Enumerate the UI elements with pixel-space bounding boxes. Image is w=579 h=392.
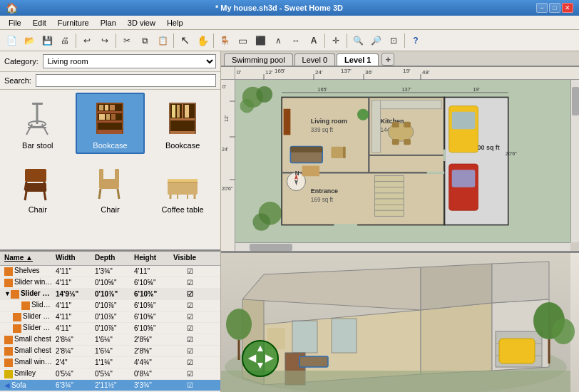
col-width[interactable]: Width (54, 253, 93, 264)
cut-button[interactable]: ✂ (118, 32, 135, 49)
row-height: 6'10⅝" (133, 279, 172, 287)
row-visible[interactable]: ☑ (172, 381, 207, 389)
search-input[interactable] (36, 74, 216, 87)
select-button[interactable]: ↖ (176, 32, 193, 49)
list-row[interactable]: Slider win... 4'11" 0'10⅞" 6'10⅝" ☑ (0, 311, 220, 323)
row-depth: 1'3¾" (93, 267, 133, 275)
save-button[interactable]: 💾 (39, 32, 56, 49)
new-button[interactable]: 📄 (3, 32, 20, 49)
row-visible[interactable]: ☑ (172, 347, 207, 355)
row-visible[interactable]: ☑ (172, 324, 207, 332)
copy-button[interactable]: ⧉ (136, 32, 153, 49)
tab-level0[interactable]: Level 0 (294, 53, 335, 66)
tab-level1[interactable]: Level 1 (337, 53, 379, 66)
maximize-button[interactable]: □ (549, 3, 560, 13)
category-select[interactable]: Living room Bedroom Kitchen Bathroom Off… (43, 54, 216, 68)
row-visible[interactable]: ☑ (172, 301, 207, 309)
furniture-item-chair2[interactable]: Chair (76, 157, 145, 218)
row-height: 6'10⅝" (133, 301, 172, 309)
svg-text:165': 165' (317, 86, 327, 93)
scrollbar-vertical[interactable] (570, 80, 579, 242)
compass-button[interactable]: ✛ (327, 32, 344, 49)
menu-help[interactable]: Help (161, 17, 189, 29)
room-button[interactable]: ⬛ (252, 32, 269, 49)
list-row[interactable]: Slider win... 4'11" 0'10⅞" 6'10⅝" ☑ (0, 323, 220, 334)
row-visible[interactable]: ☑ (172, 370, 207, 378)
svg-rect-87 (302, 166, 319, 177)
list-row[interactable]: Small chest 2'8¼" 1'6¼" 2'8⅝" ☑ (0, 346, 220, 357)
svg-text:▶: ▶ (265, 352, 274, 363)
expand-icon[interactable]: ▼ (4, 290, 11, 297)
scrollbar-thumb-v[interactable] (572, 87, 579, 115)
scrollbar-horizontal[interactable] (235, 242, 570, 251)
furniture-item-chair1[interactable]: Chair (3, 157, 73, 218)
menu-plan[interactable]: Plan (95, 17, 122, 29)
list-row[interactable]: Smiley 0'5¼" 0'5¼" 0'8¼" ☑ (0, 368, 220, 380)
list-row[interactable]: Shelves 4'11" 1'3¾" 4'11" ☑ (0, 266, 220, 277)
add-furniture-button[interactable]: 🪑 (216, 32, 233, 49)
list-row-sofa[interactable]: ◀Sofa 6'3¾" 2'11½" 3'3¾" ☑ (0, 380, 220, 391)
svg-text:Living room: Living room (311, 118, 347, 125)
furniture-item-coffee[interactable]: Coffee table (148, 157, 217, 218)
label-button[interactable]: A (305, 32, 322, 49)
list-row[interactable]: Slider win... 4'11" 0'10⅞" 6'10⅝" ☑ (0, 300, 220, 311)
paste-button[interactable]: 📋 (154, 32, 171, 49)
help-button[interactable]: ? (407, 32, 424, 49)
furniture-item-bookcase1[interactable]: Bookcase (76, 93, 145, 154)
row-visible[interactable]: ☑ (172, 279, 207, 287)
menu-3dview[interactable]: 3D view (122, 17, 161, 29)
row-visible[interactable]: ☑ (172, 267, 207, 275)
menu-furniture[interactable]: Furniture (52, 17, 95, 29)
print-button[interactable]: 🖨 (56, 32, 73, 49)
row-visible[interactable]: ☑ (172, 290, 207, 298)
row-name: ◀Sofa (3, 381, 54, 389)
tab-swimming-pool[interactable]: Swimming pool (224, 53, 293, 66)
bookcase2-icon (158, 97, 207, 140)
add-tab-button[interactable]: + (381, 53, 394, 66)
col-height[interactable]: Height (133, 253, 172, 264)
bottom-panel: Name ▲ Width Depth Height Visible Shelve… (0, 249, 220, 392)
list-header: Name ▲ Width Depth Height Visible (0, 252, 220, 266)
svg-rect-107 (452, 112, 476, 129)
col-name[interactable]: Name ▲ (3, 253, 54, 264)
row-visible[interactable]: ☑ (172, 336, 207, 344)
redo-button[interactable]: ↪ (96, 32, 113, 49)
list-row[interactable]: Slider window 4'11" 0'10⅝" 6'10⅝" ☑ (0, 277, 220, 289)
row-icon (13, 324, 21, 333)
list-body[interactable]: Shelves 4'11" 1'3¾" 4'11" ☑ Slider windo… (0, 266, 220, 392)
dimension-button[interactable]: ↔ (287, 32, 304, 49)
zoom-out-button[interactable]: 🔎 (367, 32, 384, 49)
open-button[interactable]: 📂 (21, 32, 38, 49)
hand-button[interactable]: ✋ (194, 32, 211, 49)
col-visible[interactable]: Visible (172, 253, 207, 264)
undo-button[interactable]: ↩ (78, 32, 96, 49)
furniture-item-bookcase2[interactable]: Bookcase (148, 93, 217, 154)
category-row: Category: Living room Bedroom Kitchen Ba… (0, 51, 220, 72)
polyline-button[interactable]: ∧ (270, 32, 287, 49)
minimize-button[interactable]: − (536, 3, 548, 13)
row-visible[interactable]: ☑ (172, 313, 207, 321)
wall-button[interactable]: ▭ (234, 32, 251, 49)
sep3 (173, 33, 174, 48)
zoom-in-button[interactable]: 🔍 (349, 32, 367, 49)
menu-file[interactable]: File (3, 17, 27, 29)
menu-edit[interactable]: Edit (27, 17, 52, 29)
list-row[interactable]: Small chest 2'8¼" 1'6¼" 2'8⅝" ☑ (0, 334, 220, 346)
close-button[interactable]: ✕ (562, 3, 573, 13)
row-height: 0'8¼" (133, 370, 172, 378)
row-icon (4, 347, 13, 356)
furniture-item-barstool[interactable]: Bar stool (3, 93, 73, 154)
row-name: ▼Slider windows (3, 289, 54, 298)
row-visible[interactable]: ☑ (172, 359, 207, 366)
zoom-fit-button[interactable]: ⊡ (385, 32, 402, 49)
scrollbar-thumb-h[interactable] (250, 244, 292, 251)
list-row-group[interactable]: ▼Slider windows 14'9⅛" 0'10⅞" 6'10⅝" ☑ (0, 289, 220, 300)
view-3d[interactable]: ▲ ▼ ◀ ▶ (221, 253, 579, 392)
col-depth[interactable]: Depth (93, 253, 133, 264)
list-row[interactable]: Small window 2'4" 1'1¾" 4'4¾" ☑ (0, 357, 220, 368)
plan-canvas[interactable]: Living room 339 sq ft Kitchen 144 sq ft … (235, 80, 570, 242)
svg-marker-126 (421, 264, 492, 310)
svg-rect-135 (499, 339, 535, 363)
floor-plan[interactable]: 0' 12' 24' 36' 48' 165' 137' 19' (221, 67, 579, 253)
chair2-label: Chair (101, 205, 119, 214)
